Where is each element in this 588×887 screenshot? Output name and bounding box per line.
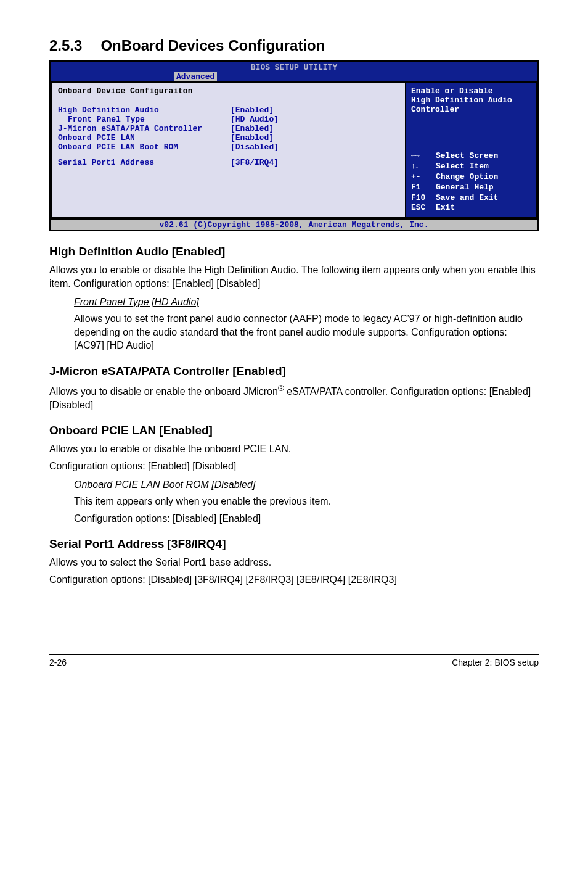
nav-desc: General Help — [436, 183, 494, 193]
help-line: Controller — [411, 105, 531, 114]
nav-desc: Save and Exit — [436, 193, 498, 204]
note-title: Onboard PCIE LAN Boot ROM [Disabled] — [74, 479, 255, 490]
section-heading: 2.5.3OnBoard Devices Configuration — [49, 37, 539, 54]
bios-body: Onboard Device Configuraiton High Defini… — [51, 81, 537, 218]
page-footer: 2-26 Chapter 2: BIOS setup — [49, 654, 539, 667]
bios-row: J-Micron eSATA/PATA Controller [Enabled] — [58, 124, 399, 133]
nav-row: +-Change Option — [411, 172, 531, 183]
bios-value: [HD Audio] — [231, 115, 399, 124]
paragraph: Configuration options: [Enabled] [Disabl… — [49, 460, 539, 473]
text-fragment: Allows you to disable or enable the onbo… — [49, 386, 278, 397]
bios-copyright: v02.61 (C)Copyright 1985-2008, American … — [51, 218, 537, 230]
note-title: Front Panel Type [HD Audio] — [74, 297, 199, 307]
bios-left-title: Onboard Device Configuraiton — [58, 86, 399, 96]
bios-row: High Definition Audio [Enabled] — [58, 105, 399, 115]
bios-value: [Enabled] — [231, 105, 399, 115]
indented-note: Onboard PCIE LAN Boot ROM [Disabled] Thi… — [74, 478, 539, 526]
paragraph: Configuration options: [Disabled] [Enabl… — [74, 512, 539, 526]
section-number: 2.5.3 — [49, 37, 82, 54]
indented-note: Front Panel Type [HD Audio] Allows you t… — [74, 295, 539, 352]
bios-label: Onboard PCIE LAN Boot ROM — [58, 142, 231, 152]
page-number: 2-26 — [49, 658, 67, 667]
help-line: High Definition Audio — [411, 96, 531, 105]
paragraph: Allows you to enable or disable the High… — [49, 263, 539, 290]
nav-key: ESC — [411, 203, 436, 213]
subheading-pcie-lan: Onboard PCIE LAN [Enabled] — [49, 424, 539, 437]
bios-right-pane: Enable or Disable High Definition Audio … — [405, 81, 537, 218]
bios-row: Front Panel Type [HD Audio] — [58, 115, 399, 124]
bios-label: Serial Port1 Address — [58, 158, 231, 167]
paragraph: Allows you to enable or disable the onbo… — [49, 442, 539, 456]
subheading-jmicron: J-Micron eSATA/PATA Controller [Enabled] — [49, 365, 539, 378]
nav-key: +- — [411, 172, 436, 183]
paragraph: Configuration options: [Disabled] [3F8/I… — [49, 573, 539, 587]
bios-row: Onboard PCIE LAN [Enabled] — [58, 133, 399, 142]
bios-nav-hints: ←→Select Screen ↑↓Select Item +-Change O… — [411, 151, 531, 213]
bios-value: [3F8/IRQ4] — [231, 158, 399, 167]
nav-desc: Select Screen — [436, 151, 498, 162]
nav-key: ↑↓ — [411, 162, 436, 172]
section-title: OnBoard Devices Configuration — [100, 37, 325, 54]
paragraph: Allows you to select the Serial Port1 ba… — [49, 556, 539, 569]
nav-desc: Exit — [436, 203, 455, 213]
nav-row: F10Save and Exit — [411, 193, 531, 204]
bios-help-text: Enable or Disable High Definition Audio … — [411, 86, 531, 114]
bios-label: Front Panel Type — [58, 115, 231, 124]
bios-value: [Enabled] — [231, 133, 399, 142]
bios-left-pane: Onboard Device Configuraiton High Defini… — [51, 81, 405, 218]
registered-mark: ® — [278, 384, 284, 393]
bios-value: [Enabled] — [231, 124, 399, 133]
nav-desc: Select Item — [436, 162, 489, 172]
bios-screenshot: BIOS SETUP UTILITY Advanced Onboard Devi… — [49, 60, 539, 231]
bios-title: BIOS SETUP UTILITY — [51, 62, 537, 72]
paragraph: Allows you to disable or enable the onbo… — [49, 383, 539, 412]
paragraph: This item appears only when you enable t… — [74, 495, 539, 508]
nav-key: F10 — [411, 193, 436, 204]
subheading-serial-port: Serial Port1 Address [3F8/IRQ4] — [49, 537, 539, 551]
chapter-label: Chapter 2: BIOS setup — [452, 658, 539, 667]
bios-tab-advanced: Advanced — [174, 72, 217, 81]
nav-desc: Change Option — [436, 172, 498, 183]
bios-label: J-Micron eSATA/PATA Controller — [58, 124, 231, 133]
nav-row: ↑↓Select Item — [411, 162, 531, 172]
bios-label: High Definition Audio — [58, 105, 231, 115]
subheading-hd-audio: High Definition Audio [Enabled] — [49, 245, 539, 258]
nav-key: F1 — [411, 183, 436, 193]
bios-row: Onboard PCIE LAN Boot ROM [Disabled] — [58, 142, 399, 152]
nav-row: F1General Help — [411, 183, 531, 193]
paragraph: Allows you to set the front panel audio … — [74, 312, 539, 352]
bios-label: Onboard PCIE LAN — [58, 133, 231, 142]
nav-row: ESCExit — [411, 203, 531, 213]
nav-key: ←→ — [411, 151, 436, 162]
nav-row: ←→Select Screen — [411, 151, 531, 162]
bios-value: [Disabled] — [231, 142, 399, 152]
help-line: Enable or Disable — [411, 86, 531, 96]
bios-row: Serial Port1 Address [3F8/IRQ4] — [58, 158, 399, 167]
